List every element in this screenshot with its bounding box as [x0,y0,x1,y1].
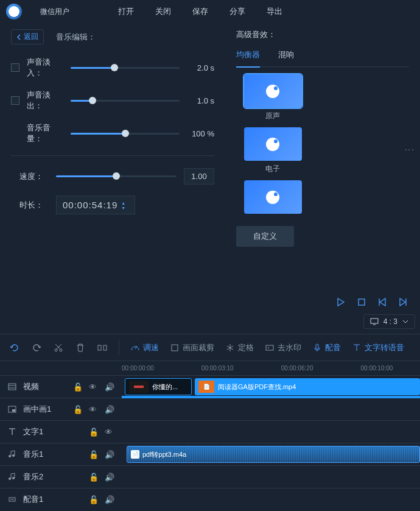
svg-rect-0 [359,299,365,305]
watermark-icon [265,343,275,353]
tool-dub[interactable]: 配音 [312,342,341,353]
lock-icon[interactable]: 🔓 [73,382,83,392]
lock-icon[interactable]: 🔓 [89,428,99,437]
play-icon[interactable] [336,297,346,307]
video-clip-1[interactable]: 你懂的... [125,378,192,395]
volume-slider[interactable] [71,133,180,135]
duration-label: 时长： [19,200,49,211]
speaker-icon[interactable]: 🔊 [105,405,114,414]
speaker-icon[interactable]: 🔊 [105,450,114,459]
stop-icon[interactable] [357,297,366,307]
toolbar: 调速 画面裁剪 定格 去水印 配音 文字转语音 [0,334,420,361]
speed-slider[interactable] [56,175,177,177]
svg-rect-7 [266,345,273,350]
music-icon [7,472,17,482]
tool-watermark[interactable]: 去水印 [265,342,301,353]
audio-clip-1[interactable]: 📄 pdf转ppt3.m4a [127,446,420,463]
svg-point-2 [55,349,57,351]
undo-icon[interactable] [9,342,20,353]
duration-input[interactable]: 00:00:54:19 ▲ ▼ [56,196,135,214]
speaker-icon[interactable]: 🔊 [105,473,114,482]
text-icon [7,427,17,437]
fade-in-label: 声音淡入： [27,57,63,79]
time-ruler[interactable]: 00:00:00:00 00:00:03:10 00:00:06:20 00:0… [0,361,420,375]
volume-label: 音乐音量： [27,122,63,144]
tool-tts[interactable]: 文字转语音 [352,342,404,353]
user-avatar[interactable] [6,4,22,19]
lock-icon[interactable]: 🔓 [89,473,99,482]
chevron-left-icon [16,34,21,40]
duration-step-up[interactable]: ▲ [121,201,128,205]
knob-icon [266,85,279,98]
svg-rect-5 [103,345,107,350]
tool-crop[interactable]: 画面裁剪 [170,342,214,353]
track-music-2: 音乐2 🔓 🔊 [0,465,420,488]
menu-export[interactable]: 导出 [267,6,282,17]
track-dub: 配音1 🔓 🔊 [0,488,420,510]
svg-rect-10 [9,384,16,390]
top-menu: 微信用户 打开 关闭 保存 分享 导出 [0,0,420,23]
delete-icon[interactable] [75,342,86,353]
svg-point-3 [60,349,62,351]
effects-title: 高级音效： [236,29,409,40]
tts-icon [352,343,362,353]
fade-in-slider[interactable] [71,67,180,69]
menu-save[interactable]: 保存 [192,6,208,17]
duration-step-down[interactable]: ▼ [121,206,128,210]
fade-out-value: 1.0 s [187,96,214,105]
svg-rect-6 [172,345,178,351]
speed-value[interactable]: 1.00 [184,168,214,185]
eye-icon[interactable]: 👁 [105,428,114,437]
effect-item-3[interactable] [236,180,309,214]
track-text: 文字1 🔓 👁 [0,420,420,443]
track-pip: 画中画1 🔓 👁 🔊 [0,398,420,420]
mic-icon [312,343,322,353]
track-music-1: 音乐1 🔓 🔊 📄 pdf转ppt3.m4a [0,443,420,465]
eye-icon[interactable]: 👁 [89,382,99,392]
menu-share[interactable]: 分享 [229,6,245,17]
cut-icon[interactable] [53,342,64,353]
menu-close[interactable]: 关闭 [155,6,171,17]
redo-icon[interactable] [31,342,42,353]
aspect-ratio-selector[interactable]: 4 : 3 [363,314,415,329]
effect-original[interactable]: 原声 [236,74,309,121]
advanced-effects-panel: 高级音效： 均衡器 混响 原声 电子 自定义 ⋮ [225,23,420,334]
tab-reverb[interactable]: 混响 [278,49,294,63]
crop-split-icon[interactable] [97,342,108,353]
speaker-icon[interactable]: 🔊 [105,495,114,504]
tab-equalizer[interactable]: 均衡器 [236,49,260,68]
track-video: 视频 🔓 👁 🔊 你懂的... 📄 阅读器GA版PDF查找.mp4 [0,375,420,398]
music-editor-panel: 返回 音乐编辑： 声音淡入： 2.0 s 声音淡出： 1.0 s 音乐音量： 1… [0,23,225,334]
crop-icon [170,343,180,353]
lock-icon[interactable]: 🔓 [73,405,83,414]
tool-freeze[interactable]: 定格 [225,342,254,353]
fade-in-checkbox[interactable] [11,63,19,72]
fade-out-slider[interactable] [71,100,180,102]
panel-title: 音乐编辑： [56,32,96,43]
more-dots-icon[interactable]: ⋮ [404,145,415,153]
freeze-icon [225,343,235,353]
next-icon[interactable] [398,297,408,307]
prev-icon[interactable] [377,297,387,307]
speed-label: 速度： [19,171,49,182]
timeline: 00:00:00:00 00:00:03:10 00:00:06:20 00:0… [0,361,420,510]
eye-icon[interactable]: 👁 [89,405,99,414]
chevron-down-icon [402,320,408,323]
menu-open[interactable]: 打开 [118,6,134,17]
svg-rect-4 [98,345,101,350]
dub-track-icon [7,495,17,504]
video-clip-2[interactable]: 📄 阅读器GA版PDF查找.mp4 [195,378,420,395]
knob-icon [266,138,279,151]
effect-electronic[interactable]: 电子 [236,127,309,174]
user-label: 微信用户 [40,7,69,17]
volume-value: 100 % [187,129,214,138]
custom-button[interactable]: 自定义 [236,226,294,247]
back-button[interactable]: 返回 [11,29,44,44]
fade-out-checkbox[interactable] [11,96,19,105]
tool-speed[interactable]: 调速 [130,342,159,353]
lock-icon[interactable]: 🔓 [89,450,99,459]
speaker-icon[interactable]: 🔊 [105,382,114,392]
fade-out-label: 声音淡出： [27,90,63,111]
pip-icon [7,404,17,414]
lock-icon[interactable]: 🔓 [89,495,99,504]
